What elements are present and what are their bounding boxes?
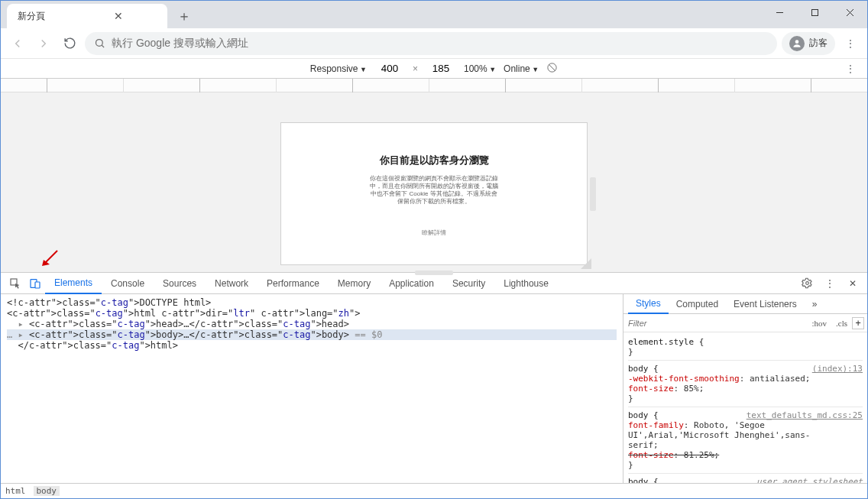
throttling-dropdown[interactable]: Online — [504, 63, 539, 74]
ruler-horizontal — [1, 79, 867, 92]
devtools-tab-elements[interactable]: Elements — [45, 273, 102, 294]
styles-tab-event-listeners[interactable]: Event Listeners — [726, 294, 805, 314]
search-icon — [94, 37, 105, 49]
tab-strip: 新分頁 ✕ ＋ — [1, 1, 867, 28]
dom-tree[interactable]: <!c-attr">class="c-tag">DOCTYPE html><c-… — [1, 294, 623, 483]
svg-rect-13 — [35, 282, 40, 288]
devtools-tab-performance[interactable]: Performance — [257, 273, 329, 294]
styles-tab-computed[interactable]: Computed — [669, 294, 726, 314]
nav-back-button[interactable] — [7, 33, 28, 54]
inspect-element-button[interactable] — [5, 273, 25, 294]
hov-toggle[interactable]: :hov — [807, 319, 831, 328]
styles-tab-styles[interactable]: Styles — [628, 294, 669, 314]
devtools-tab-network[interactable]: Network — [206, 273, 257, 294]
new-tab-button[interactable]: ＋ — [173, 5, 195, 27]
svg-point-4 — [96, 40, 103, 47]
breadcrumb-body[interactable]: body — [34, 486, 60, 496]
tab-title: 新分頁 — [18, 10, 45, 23]
svg-line-5 — [102, 45, 104, 47]
resize-handle-bottom[interactable] — [415, 271, 453, 275]
window-close-button[interactable] — [832, 1, 867, 24]
new-style-rule-button[interactable]: + — [852, 317, 864, 329]
device-width-input[interactable] — [374, 63, 405, 74]
browser-tab[interactable]: 新分頁 ✕ — [7, 4, 167, 28]
browser-toolbar: 執行 Google 搜尋或輸入網址 訪客 ⋮ — [1, 28, 867, 59]
devtools-settings-button[interactable] — [797, 273, 817, 294]
avatar-icon — [789, 36, 805, 51]
devtools-tab-security[interactable]: Security — [443, 273, 494, 294]
device-toolbar: Responsive × 100% Online ⋮ — [1, 59, 867, 79]
devtools-tab-console[interactable]: Console — [102, 273, 154, 294]
styles-rules[interactable]: element.style {}(index):13body { -webkit… — [623, 332, 867, 483]
svg-point-14 — [805, 282, 808, 285]
tab-close-icon[interactable]: ✕ — [114, 10, 123, 22]
styles-pane: StylesComputedEvent Listeners» :hov .cls… — [623, 294, 867, 483]
styles-tabs-overflow[interactable]: » — [805, 294, 825, 314]
devtools-tab-lighthouse[interactable]: Lighthouse — [494, 273, 558, 294]
resize-handle-corner[interactable] — [581, 258, 591, 269]
nav-reload-button[interactable] — [59, 33, 80, 54]
dom-breadcrumb[interactable]: htmlbody — [1, 483, 867, 498]
zoom-dropdown[interactable]: 100% — [464, 63, 496, 74]
svg-rect-1 — [811, 9, 818, 15]
devtools-panel: ElementsConsoleSourcesNetworkPerformance… — [1, 272, 867, 498]
svg-line-8 — [549, 64, 555, 71]
emulated-viewport: 你目前是以訪客身分瀏覽 你在這個視窗瀏覽的網頁不會顯示在瀏覽器記錄中，而且在你關… — [1, 79, 867, 272]
annotation-arrow — [40, 249, 59, 267]
guest-learn-more-link[interactable]: 瞭解詳情 — [422, 228, 446, 237]
profile-chip[interactable]: 訪客 — [782, 32, 835, 55]
devtools-tab-sources[interactable]: Sources — [154, 273, 206, 294]
device-mode-dropdown[interactable]: Responsive — [310, 63, 367, 74]
device-toolbar-menu[interactable]: ⋮ — [840, 59, 861, 79]
device-height-input[interactable] — [426, 63, 456, 74]
rotate-icon[interactable] — [546, 62, 558, 76]
devtools-tab-application[interactable]: Application — [380, 273, 443, 294]
devtools-close-button[interactable]: ✕ — [843, 273, 863, 294]
styles-filter-input[interactable] — [623, 319, 807, 328]
toggle-device-toolbar-button[interactable] — [25, 273, 45, 294]
guest-heading: 你目前是以訪客身分瀏覽 — [380, 154, 489, 167]
svg-marker-10 — [42, 260, 50, 266]
svg-line-9 — [44, 251, 57, 264]
cls-toggle[interactable]: .cls — [831, 319, 852, 328]
omnibox-placeholder: 執行 Google 搜尋或輸入網址 — [112, 37, 248, 50]
profile-label: 訪客 — [809, 37, 828, 50]
emulated-page-frame[interactable]: 你目前是以訪客身分瀏覽 你在這個視窗瀏覽的網頁不會顯示在瀏覽器記錄中，而且在你關… — [281, 123, 587, 264]
resize-handle-right[interactable] — [590, 177, 596, 211]
window-maximize-button[interactable] — [797, 1, 832, 24]
devtools-tabbar: ElementsConsoleSourcesNetworkPerformance… — [1, 273, 867, 294]
breadcrumb-html[interactable]: html — [5, 486, 26, 496]
guest-description: 你在這個視窗瀏覽的網頁不會顯示在瀏覽器記錄中，而且在你關閉所有開啟的訪客視窗後，… — [369, 175, 499, 206]
dimension-separator: × — [413, 63, 418, 74]
nav-forward-button[interactable] — [33, 33, 54, 54]
devtools-tab-memory[interactable]: Memory — [329, 273, 380, 294]
window-minimize-button[interactable] — [762, 1, 797, 24]
devtools-menu-button[interactable]: ⋮ — [820, 273, 840, 294]
svg-point-6 — [795, 40, 799, 44]
omnibox[interactable]: 執行 Google 搜尋或輸入網址 — [85, 32, 777, 55]
browser-menu-button[interactable]: ⋮ — [840, 33, 861, 54]
